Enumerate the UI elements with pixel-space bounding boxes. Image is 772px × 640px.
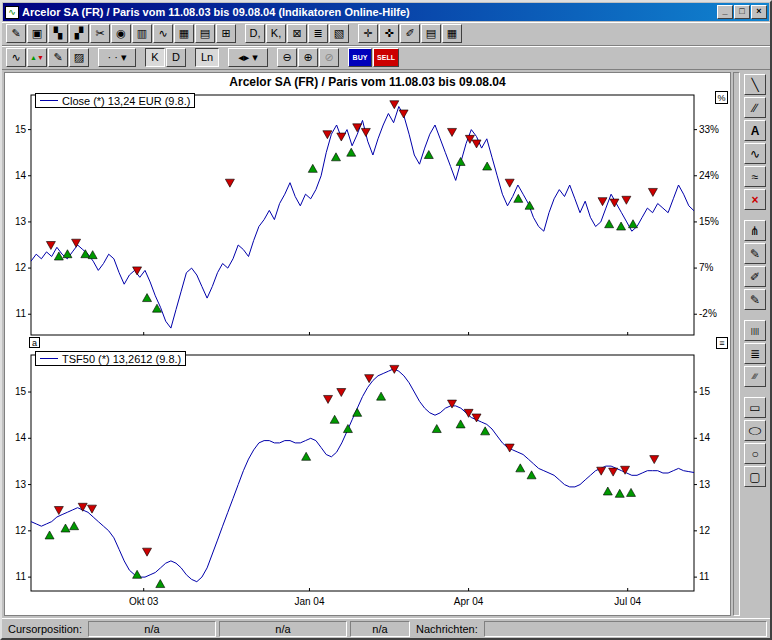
axis-tick-label: 12: [699, 525, 711, 536]
chart-properties[interactable]: ▨: [69, 48, 89, 67]
compare-security[interactable]: ▞: [69, 24, 89, 43]
news-label: Nachrichten:: [413, 623, 481, 635]
delete-window[interactable]: ⊠: [287, 24, 307, 43]
buy-order[interactable]: BUY: [348, 48, 372, 67]
price-chart[interactable]: 1533%1424%1315%127%11-2%: [5, 89, 728, 339]
draw-tool[interactable]: ✐: [400, 24, 420, 43]
pitchfork-tool[interactable]: ⋔: [744, 220, 766, 241]
move-tool[interactable]: ✜: [379, 24, 399, 43]
period-candle-dropdown[interactable]: K,: [266, 24, 286, 43]
panel-divider[interactable]: a ≡: [5, 339, 730, 349]
plot-border: [31, 355, 694, 591]
axis-tick-label: 11: [16, 308, 27, 319]
indicator-panel[interactable]: 15151414131312121111 TSF50 (*) 13,2612 (…: [5, 349, 730, 595]
app-icon: ∿: [5, 6, 19, 19]
minimize-button[interactable]: _: [717, 5, 733, 19]
chart-toolbar: ∿▲▼✎▨· · ▾KDLn◂▸ ▾⊖⊕⊘BUYSELL: [2, 46, 770, 70]
splitter-strip[interactable]: [733, 72, 740, 616]
vertical-lines-tool[interactable]: ||||: [744, 320, 766, 341]
axis-tick-label: 12: [15, 525, 27, 536]
trade-signals[interactable]: ▲▼: [27, 48, 47, 67]
cursor-value-field: n/a: [350, 621, 410, 637]
rounded-rect-tool[interactable]: ▢: [744, 466, 766, 487]
horizontal-lines-tool[interactable]: ≣: [744, 343, 766, 364]
line-chart-toggle[interactable]: D: [166, 48, 186, 67]
layout[interactable]: ▧: [329, 24, 349, 43]
log-scale-toggle[interactable]: Ln: [195, 48, 219, 67]
axis-tick-label: 7%: [699, 262, 714, 273]
text-tool[interactable]: A: [744, 120, 766, 141]
x-axis-label: Jul 04: [614, 596, 641, 607]
signal-settings[interactable]: ✂: [90, 24, 110, 43]
indicator-curve[interactable]: ∿: [153, 24, 173, 43]
diagonal-lines-tool[interactable]: ∕∕∕: [744, 366, 766, 387]
export[interactable]: ⊞: [216, 24, 236, 43]
x-axis-labels: Okt 03Jan 04Apr 04Jul 04: [5, 595, 730, 611]
trendline-tool[interactable]: ╲: [744, 74, 766, 95]
status-bar: Cursorposition: n/a n/a n/a Nachrichten:: [2, 618, 770, 638]
axis-tick-label: 33%: [699, 124, 719, 135]
axis-tick-label: 11: [16, 571, 27, 582]
zoom-out[interactable]: ⊖: [277, 48, 297, 67]
regression-tool[interactable]: ✎: [744, 243, 766, 264]
pencil-edit[interactable]: ✎: [48, 48, 68, 67]
edit-chart[interactable]: ✎: [6, 24, 26, 43]
freehand-tool[interactable]: ∿: [744, 143, 766, 164]
close-button[interactable]: ×: [751, 5, 767, 19]
axis-tick-label: 11: [699, 571, 710, 582]
curve-tool[interactable]: ≈: [744, 166, 766, 187]
price-legend: Close (*) 13,24 EUR (9.8.): [35, 93, 195, 108]
axis-tick-label: 12: [15, 262, 27, 273]
axis-tick-label: 15%: [699, 216, 719, 227]
channel-tool[interactable]: ✐: [744, 266, 766, 287]
x-axis-label: Okt 03: [129, 596, 158, 607]
zoom-in[interactable]: ⊕: [298, 48, 318, 67]
percent-axis-button[interactable]: %: [715, 91, 728, 104]
drawing-tool-palette: ╲∕∕A∿≈×⋔✎✐✎||||≣∕∕∕▭◯○▢: [742, 72, 768, 616]
x-axis-label: Apr 04: [454, 596, 483, 607]
cursor-y-field: n/a: [219, 621, 347, 637]
zoom-reset: ⊘: [319, 48, 339, 67]
axis-tick-label: 13: [15, 216, 27, 227]
sell-order[interactable]: SELL: [373, 48, 399, 67]
indicator-legend: TSF50 (*) 13,2612 (9.8.): [35, 351, 186, 366]
pane-a-button[interactable]: a: [29, 337, 40, 348]
crosshair-tool[interactable]: ✛: [358, 24, 378, 43]
rectangle-tool[interactable]: ▭: [744, 397, 766, 418]
line-style-dropdown[interactable]: · · ▾: [98, 48, 136, 67]
chart-window: Arcelor SA (FR) / Paris vom 11.08.03 bis…: [4, 72, 731, 616]
window-list[interactable]: ≣: [308, 24, 328, 43]
scroll-dropdown[interactable]: ◂▸ ▾: [228, 48, 268, 67]
axis-tick-label: 13: [699, 479, 711, 490]
candle-chart-toggle[interactable]: K: [145, 48, 165, 67]
quote-window[interactable]: ▦: [442, 24, 462, 43]
parallel-lines-tool[interactable]: ∕∕: [744, 97, 766, 118]
price-legend-label: Close (*) 13,24 EUR (9.8.): [62, 95, 190, 107]
news-window[interactable]: ▤: [195, 24, 215, 43]
volume-display[interactable]: ▥: [132, 24, 152, 43]
legend-line-sample: [40, 100, 58, 101]
notes-window[interactable]: ▤: [421, 24, 441, 43]
circle-tool[interactable]: ○: [744, 443, 766, 464]
fibonacci-tool[interactable]: ✎: [744, 289, 766, 310]
pane-menu-button[interactable]: ≡: [716, 337, 728, 349]
indicator-chart[interactable]: 15151414131312121111: [5, 349, 728, 595]
copy-chart[interactable]: ▣: [27, 24, 47, 43]
zigzag-indicator[interactable]: ∿: [6, 48, 26, 67]
maximize-button[interactable]: □: [734, 5, 750, 19]
cursor-position-label: Cursorposition:: [5, 623, 85, 635]
price-panel[interactable]: 1533%1424%1315%127%11-2% Close (*) 13,24…: [5, 89, 730, 339]
x-axis-label: Jan 04: [294, 596, 324, 607]
main-toolbar: ✎▣▚▞✂◉▥∿▦▤⊞D,K,⊠≣▧✛✜✐▤▦: [2, 22, 770, 46]
alerts[interactable]: ◉: [111, 24, 131, 43]
axis-tick-label: 13: [15, 479, 27, 490]
period-day-dropdown[interactable]: D,: [245, 24, 265, 43]
titlebar[interactable]: ∿ Arcelor SA (FR) / Paris vom 11.08.03 b…: [3, 3, 769, 21]
ellipse-tool[interactable]: ◯: [744, 420, 766, 441]
axis-tick-label: 14: [15, 432, 27, 443]
app-window: ∿ Arcelor SA (FR) / Paris vom 11.08.03 b…: [0, 0, 772, 640]
data-table[interactable]: ▦: [174, 24, 194, 43]
portfolio[interactable]: ▚: [48, 24, 68, 43]
delete-drawing-tool[interactable]: ×: [744, 189, 766, 210]
axis-tick-label: 15: [15, 124, 27, 135]
